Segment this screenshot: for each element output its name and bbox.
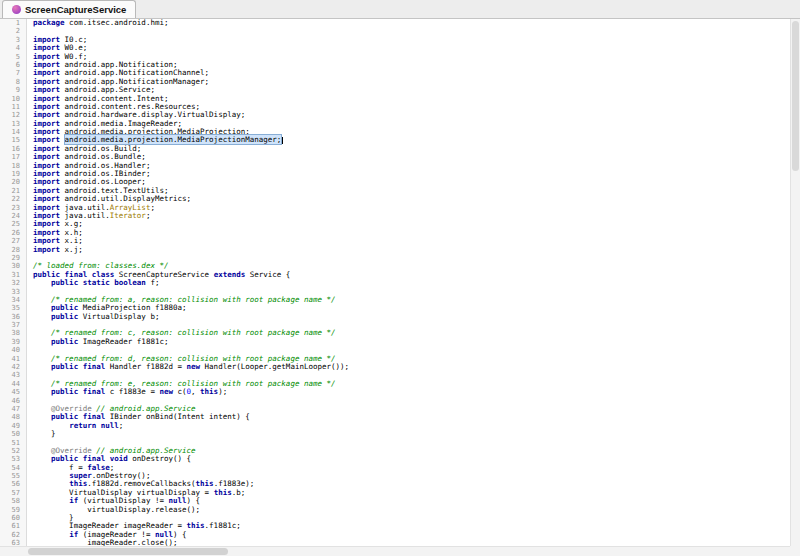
code-text: } [27,430,56,438]
line-number: 8 [0,78,27,86]
line-number: 34 [0,296,27,304]
line-number: 61 [0,522,27,530]
line-number: 35 [0,304,27,312]
line-number: 45 [0,388,27,396]
line-number: 63 [0,539,27,546]
code-text: public final c f1883e = new c(0, this); [27,388,227,396]
line-number: 31 [0,271,27,279]
line-number: 57 [0,489,27,497]
line-number: 37 [0,321,27,329]
line-number: 60 [0,514,27,522]
line-number: 43 [0,371,27,379]
vertical-scrollbar-thumb[interactable] [792,21,799,171]
line-number: 14 [0,128,27,136]
code-text: public static boolean f; [27,279,159,287]
line-number: 36 [0,313,27,321]
code-line[interactable]: 39 public ImageReader f1881c; [0,338,790,346]
line-number: 17 [0,153,27,161]
code-line[interactable]: 3import I0.c; [0,36,790,44]
line-number: 5 [0,53,27,61]
text-caret [282,137,283,144]
line-number: 55 [0,472,27,480]
line-number: 53 [0,455,27,463]
line-number: 58 [0,497,27,505]
line-number: 32 [0,279,27,287]
line-number: 11 [0,103,27,111]
line-number: 25 [0,220,27,228]
code-editor[interactable]: 1package com.itsec.android.hmi;23import … [0,19,790,546]
line-number: 50 [0,430,27,438]
code-line[interactable]: 63 imageReader.close(); [0,539,790,546]
code-line[interactable]: 27import x.i; [0,237,790,245]
code-text: package com.itsec.android.hmi; [27,19,168,27]
line-number: 23 [0,204,27,212]
line-number: 30 [0,262,27,270]
code-line[interactable]: 2 [0,27,790,35]
code-line[interactable]: 32 public static boolean f; [0,279,790,287]
line-number: 41 [0,355,27,363]
line-number: 18 [0,162,27,170]
line-number: 16 [0,145,27,153]
code-line[interactable]: 53 public final void onDestroy() { [0,455,790,463]
line-number: 22 [0,195,27,203]
line-number: 54 [0,464,27,472]
line-number: 15 [0,136,27,144]
code-line[interactable]: 26import x.h; [0,229,790,237]
vertical-scrollbar[interactable] [790,19,800,546]
line-number: 20 [0,178,27,186]
code-line[interactable]: 25import x.g; [0,220,790,228]
line-number: 3 [0,36,27,44]
code-line[interactable]: 1package com.itsec.android.hmi; [0,19,790,27]
line-number: 12 [0,111,27,119]
line-number: 26 [0,229,27,237]
line-number: 7 [0,69,27,77]
line-number: 33 [0,288,27,296]
line-number: 39 [0,338,27,346]
line-number: 38 [0,329,27,337]
line-number: 40 [0,346,27,354]
code-text: public ImageReader f1881c; [27,338,168,346]
line-number: 6 [0,61,27,69]
class-icon [12,5,21,14]
code-line[interactable]: 42 public final Handler f1882d = new Han… [0,363,790,371]
line-number: 21 [0,187,27,195]
line-number: 10 [0,95,27,103]
code-line[interactable]: 24import java.util.Iterator; [0,212,790,220]
line-number: 29 [0,254,27,262]
line-number: 59 [0,506,27,514]
line-number: 19 [0,170,27,178]
code-text: public VirtualDisplay b; [27,313,159,321]
code-text: import x.j; [27,246,83,254]
line-number: 4 [0,44,27,52]
line-number: 9 [0,86,27,94]
line-number: 13 [0,120,27,128]
line-number: 56 [0,480,27,488]
scrollbar-corner [790,546,800,556]
code-line[interactable]: 45 public final c f1883e = new c(0, this… [0,388,790,396]
code-line[interactable]: 59 virtualDisplay.release(); [0,506,790,514]
line-number: 46 [0,397,27,405]
code-line[interactable]: 50 } [0,430,790,438]
line-number: 2 [0,27,27,35]
code-line[interactable]: 36 public VirtualDisplay b; [0,313,790,321]
code-line[interactable]: 4import W0.e; [0,44,790,52]
line-number: 51 [0,439,27,447]
line-number: 47 [0,405,27,413]
horizontal-scrollbar-thumb[interactable] [28,548,228,555]
code-line[interactable]: 49 return null; [0,422,790,430]
line-number: 42 [0,363,27,371]
decompiler-window: ScreenCaptureService 1package com.itsec.… [0,0,800,556]
code-text: imageReader.close(); [27,539,178,546]
tab-screencaptureservice[interactable]: ScreenCaptureService [2,0,136,18]
code-text: public final Handler f1882d = new Handle… [27,363,349,371]
line-number: 28 [0,246,27,254]
line-number: 1 [0,19,27,27]
line-number: 49 [0,422,27,430]
line-number: 62 [0,531,27,539]
tab-label: ScreenCaptureService [25,4,126,15]
tab-bar: ScreenCaptureService [0,0,800,19]
horizontal-scrollbar[interactable] [0,546,790,556]
line-number: 27 [0,237,27,245]
line-number: 24 [0,212,27,220]
code-line[interactable]: 28import x.j; [0,246,790,254]
